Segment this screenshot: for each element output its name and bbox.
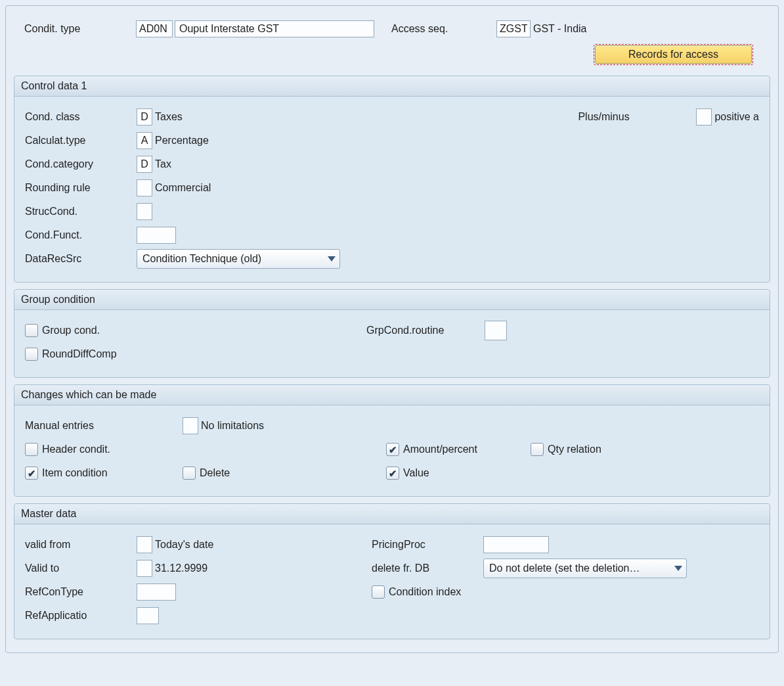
check-icon: ✔ — [28, 469, 36, 478]
group-condition-panel: Group condition Group cond. GrpCond.rout… — [14, 289, 770, 378]
condition-index-checkbox[interactable] — [372, 585, 385, 599]
sap-condition-type-screen: Condit. type Access seq. GST - India Rec… — [5, 5, 779, 653]
calc-type-label: Calculat.type — [25, 135, 137, 147]
manual-entries-label: Manual entries — [25, 420, 183, 432]
qty-relation-checkbox[interactable] — [531, 443, 544, 456]
rounddiffcomp-label: RoundDiffComp — [42, 348, 117, 360]
plus-minus-input[interactable] — [696, 108, 712, 126]
amount-percent-checkbox[interactable]: ✔ — [386, 443, 399, 456]
datarecsrc-select-text: Condition Technique (old) — [142, 253, 321, 265]
cond-category-text: Tax — [155, 158, 171, 170]
records-button-highlight: Records for access — [594, 44, 753, 65]
item-condition-label: Item condition — [42, 467, 108, 479]
valid-from-input[interactable] — [137, 536, 152, 553]
control-data-1-title: Control data 1 — [14, 76, 770, 97]
value-checkbox[interactable]: ✔ — [386, 467, 399, 480]
calc-type-code-input[interactable] — [137, 132, 152, 149]
delete-fr-db-select[interactable]: Do not delete (set the deletion… — [483, 559, 687, 578]
delete-fr-db-label: delete fr. DB — [372, 562, 483, 574]
rounddiffcomp-checkbox[interactable] — [25, 348, 38, 361]
group-cond-label: Group cond. — [42, 325, 100, 336]
header-row2: Records for access — [11, 44, 773, 69]
valid-from-label: valid from — [25, 539, 137, 551]
amount-percent-label: Amount/percent — [403, 444, 477, 455]
condit-type-desc-input[interactable] — [175, 20, 374, 37]
rounding-rule-text: Commercial — [155, 182, 211, 194]
manual-entries-input[interactable] — [183, 417, 198, 434]
plus-minus-text: positive a — [714, 111, 759, 123]
header-condit-label: Header condit. — [42, 444, 110, 455]
cond-class-code-input[interactable] — [137, 108, 152, 126]
master-data-title: Master data — [14, 504, 770, 524]
check-icon: ✔ — [389, 445, 397, 455]
condit-type-code-input[interactable] — [136, 20, 173, 37]
refapplicatio-input[interactable] — [137, 607, 159, 624]
rounding-rule-input[interactable] — [137, 179, 152, 196]
cond-funct-label: Cond.Funct. — [25, 229, 137, 241]
check-icon: ✔ — [389, 469, 397, 478]
refapplicatio-label: RefApplicatio — [25, 610, 137, 622]
struccond-input[interactable] — [137, 203, 152, 220]
access-seq-desc: GST - India — [533, 23, 587, 35]
grpcond-routine-input[interactable] — [485, 321, 507, 340]
datarecsrc-select[interactable]: Condition Technique (old) — [137, 249, 340, 269]
valid-to-input[interactable] — [137, 560, 152, 577]
refcontype-label: RefConType — [25, 586, 137, 598]
pricingproc-input[interactable] — [483, 536, 549, 553]
cond-funct-input[interactable] — [137, 227, 176, 244]
struccond-label: StrucCond. — [25, 206, 137, 217]
cond-class-text: Taxes — [155, 111, 183, 123]
manual-entries-text: No limitations — [201, 420, 264, 432]
rounding-rule-label: Rounding rule — [25, 182, 137, 194]
header-row: Condit. type Access seq. GST - India — [11, 9, 773, 44]
control-data-1-panel: Control data 1 Cond. class Taxes Plus/mi… — [14, 76, 770, 283]
calc-type-text: Percentage — [155, 135, 209, 147]
cond-class-label: Cond. class — [25, 111, 137, 123]
condition-index-label: Condition index — [389, 586, 461, 598]
valid-from-text: Today's date — [155, 539, 372, 551]
changes-panel: Changes which can be made Manual entries… — [14, 384, 770, 497]
chevron-down-icon — [674, 566, 682, 571]
valid-to-text: 31.12.9999 — [155, 562, 372, 574]
refcontype-input[interactable] — [137, 583, 176, 601]
changes-title: Changes which can be made — [14, 385, 770, 405]
delete-fr-db-select-text: Do not delete (set the deletion… — [489, 562, 668, 574]
group-cond-checkbox[interactable] — [25, 324, 38, 337]
qty-relation-label: Qty relation — [548, 444, 601, 455]
item-condition-checkbox[interactable]: ✔ — [25, 467, 38, 480]
cond-category-code-input[interactable] — [137, 156, 152, 173]
records-for-access-button[interactable]: Records for access — [595, 45, 752, 64]
datarecsrc-label: DataRecSrc — [25, 253, 137, 265]
group-condition-title: Group condition — [14, 290, 770, 310]
access-seq-label: Access seq. — [391, 23, 496, 35]
delete-label: Delete — [200, 467, 230, 479]
pricingproc-label: PricingProc — [372, 539, 483, 551]
valid-to-label: Valid to — [25, 562, 137, 574]
grpcond-routine-label: GrpCond.routine — [366, 325, 485, 336]
condit-type-label: Condit. type — [24, 23, 136, 35]
master-data-panel: Master data valid from Today's date Pric… — [14, 503, 770, 639]
value-label: Value — [403, 467, 429, 479]
plus-minus-label: Plus/minus — [578, 111, 696, 123]
access-seq-code-input[interactable] — [496, 20, 531, 37]
chevron-down-icon — [328, 256, 336, 262]
delete-checkbox[interactable] — [183, 467, 196, 480]
cond-category-label: Cond.category — [25, 158, 137, 170]
header-condit-checkbox[interactable] — [25, 443, 38, 456]
